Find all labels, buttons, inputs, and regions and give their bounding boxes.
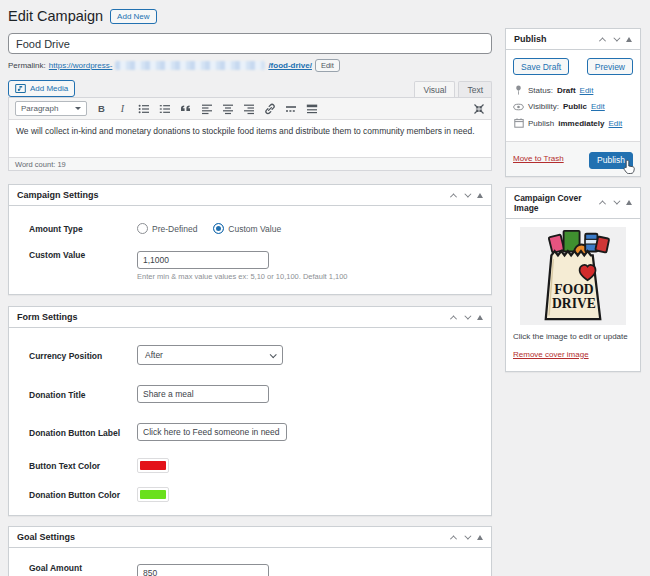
move-down-icon[interactable] bbox=[613, 34, 620, 41]
donation-title-row: Donation Title bbox=[9, 385, 491, 403]
move-up-icon[interactable] bbox=[450, 535, 457, 542]
goal-settings-header[interactable]: Goal Settings bbox=[9, 527, 491, 548]
add-new-button[interactable]: Add New bbox=[110, 9, 156, 24]
editor-toolbar: Paragraph B I bbox=[9, 98, 491, 120]
publish-actions: Save Draft Preview bbox=[513, 58, 633, 75]
cover-image-header[interactable]: Campaign Cover Image bbox=[506, 188, 640, 219]
permalink-label: Permalink: bbox=[8, 61, 46, 70]
radio-unchecked-icon[interactable] bbox=[137, 223, 148, 234]
status-value: Draft bbox=[557, 86, 576, 95]
donation-title-input[interactable] bbox=[137, 385, 269, 403]
visibility-label: Visibility: bbox=[528, 102, 559, 111]
permalink-edit-button[interactable]: Edit bbox=[315, 59, 340, 72]
amount-type-row: Amount Type Pre-Defined Custom Value bbox=[9, 223, 491, 234]
align-center-icon[interactable] bbox=[221, 102, 234, 116]
status-label: Status: bbox=[528, 86, 553, 95]
align-right-icon[interactable] bbox=[242, 102, 255, 116]
move-down-icon[interactable] bbox=[464, 532, 471, 539]
radio-custom-value-label: Custom Value bbox=[228, 224, 281, 234]
publish-title: Publish bbox=[514, 34, 547, 44]
collapse-toggle-icon[interactable] bbox=[477, 535, 483, 540]
campaign-title-input[interactable] bbox=[8, 33, 492, 54]
cover-image[interactable]: FOOD DRIVE bbox=[520, 227, 626, 325]
paragraph-dropdown[interactable]: Paragraph bbox=[15, 101, 87, 116]
toolbar-toggle-icon[interactable] bbox=[305, 102, 318, 116]
insert-link-icon[interactable] bbox=[263, 102, 276, 116]
form-settings-header[interactable]: Form Settings bbox=[9, 307, 491, 328]
classic-editor: Paragraph B I bbox=[8, 97, 492, 171]
publish-header[interactable]: Publish bbox=[506, 29, 640, 50]
sidebar: Publish Save Draft Preview bbox=[505, 28, 641, 372]
custom-value-row: Custom Value Enter min & max value value… bbox=[9, 249, 491, 281]
dropdown-caret-icon bbox=[75, 107, 81, 110]
bold-button[interactable]: B bbox=[95, 102, 108, 116]
status-edit-link[interactable]: Edit bbox=[580, 86, 594, 95]
goal-settings-panel: Goal Settings Goal Amount Default 1000 bbox=[8, 526, 492, 576]
goal-settings-title: Goal Settings bbox=[17, 532, 75, 542]
add-media-button[interactable]: Add Media bbox=[8, 80, 75, 97]
donation-button-label-input[interactable] bbox=[137, 423, 287, 441]
cover-image-title: Campaign Cover Image bbox=[514, 193, 600, 213]
fullscreen-icon[interactable] bbox=[472, 102, 485, 116]
move-up-icon[interactable] bbox=[599, 200, 606, 207]
form-settings-panel: Form Settings Currency Position After Do… bbox=[8, 306, 492, 516]
visibility-row: Visibility: Public Edit bbox=[513, 102, 633, 111]
bag-text-food: FOOD bbox=[554, 281, 594, 296]
currency-position-select[interactable]: After bbox=[137, 345, 283, 365]
bulleted-list-icon[interactable] bbox=[137, 102, 150, 116]
collapse-toggle-icon[interactable] bbox=[477, 193, 483, 198]
move-up-icon[interactable] bbox=[450, 193, 457, 200]
goal-amount-label: Goal Amount bbox=[29, 562, 137, 573]
move-down-icon[interactable] bbox=[464, 312, 471, 319]
visibility-edit-link[interactable]: Edit bbox=[591, 102, 605, 111]
move-to-trash-link[interactable]: Move to Trash bbox=[513, 154, 564, 163]
collapse-toggle-icon[interactable] bbox=[477, 315, 483, 320]
panel-handle bbox=[451, 193, 483, 198]
numbered-list-icon[interactable] bbox=[158, 102, 171, 116]
move-up-icon[interactable] bbox=[599, 37, 606, 44]
permalink-redacted-segment bbox=[115, 61, 265, 70]
permalink-slug[interactable]: /food-drive/ bbox=[268, 61, 312, 70]
button-text-color-label: Button Text Color bbox=[29, 460, 137, 471]
permalink-url-prefix[interactable]: https://wordpress- bbox=[49, 61, 113, 70]
button-text-color-swatch bbox=[140, 461, 166, 470]
donation-button-color-picker[interactable] bbox=[137, 487, 169, 502]
amount-type-label: Amount Type bbox=[29, 223, 137, 234]
cover-image-caption: Click the image to edit or update bbox=[513, 332, 633, 341]
page-title: Edit Campaign bbox=[8, 8, 103, 24]
align-left-icon[interactable] bbox=[200, 102, 213, 116]
move-down-icon[interactable] bbox=[613, 198, 620, 205]
italic-button[interactable]: I bbox=[116, 102, 129, 116]
campaign-settings-header[interactable]: Campaign Settings bbox=[9, 185, 491, 206]
editor-content[interactable]: We will collect in-kind and monetary don… bbox=[9, 120, 491, 157]
paragraph-dropdown-label: Paragraph bbox=[21, 104, 58, 113]
remove-cover-image-link[interactable]: Remove cover image bbox=[513, 350, 589, 359]
goal-amount-input[interactable] bbox=[137, 564, 269, 576]
schedule-edit-link[interactable]: Edit bbox=[609, 119, 623, 128]
schedule-label: Publish bbox=[528, 119, 554, 128]
preview-button[interactable]: Preview bbox=[587, 58, 633, 75]
amount-type-radios: Pre-Defined Custom Value bbox=[137, 223, 281, 234]
donation-button-color-label: Donation Button Color bbox=[29, 489, 137, 500]
read-more-tag-icon[interactable] bbox=[284, 102, 297, 116]
tab-visual[interactable]: Visual bbox=[414, 81, 455, 97]
radio-custom-value[interactable]: Custom Value bbox=[213, 223, 281, 234]
collapse-toggle-icon[interactable] bbox=[626, 200, 632, 205]
status-row: Status: Draft Edit bbox=[513, 85, 633, 95]
calendar-icon bbox=[513, 118, 524, 128]
save-draft-button[interactable]: Save Draft bbox=[513, 58, 569, 75]
radio-checked-icon[interactable] bbox=[213, 223, 224, 234]
radio-pre-defined[interactable]: Pre-Defined bbox=[137, 223, 197, 234]
blockquote-icon[interactable] bbox=[179, 102, 192, 116]
publish-body: Save Draft Preview Status: Draft Edit bbox=[506, 50, 640, 141]
custom-value-input[interactable] bbox=[137, 251, 269, 269]
collapse-toggle-icon[interactable] bbox=[626, 37, 632, 42]
tab-text[interactable]: Text bbox=[458, 81, 492, 97]
donation-button-color-row: Donation Button Color bbox=[9, 487, 491, 502]
move-down-icon[interactable] bbox=[464, 190, 471, 197]
goal-settings-body: Goal Amount Default 1000 bbox=[9, 548, 491, 576]
chevron-down-icon bbox=[270, 351, 277, 358]
editor-statusbar: Word count: 19 bbox=[9, 157, 491, 170]
button-text-color-picker[interactable] bbox=[137, 458, 169, 473]
move-up-icon[interactable] bbox=[450, 315, 457, 322]
